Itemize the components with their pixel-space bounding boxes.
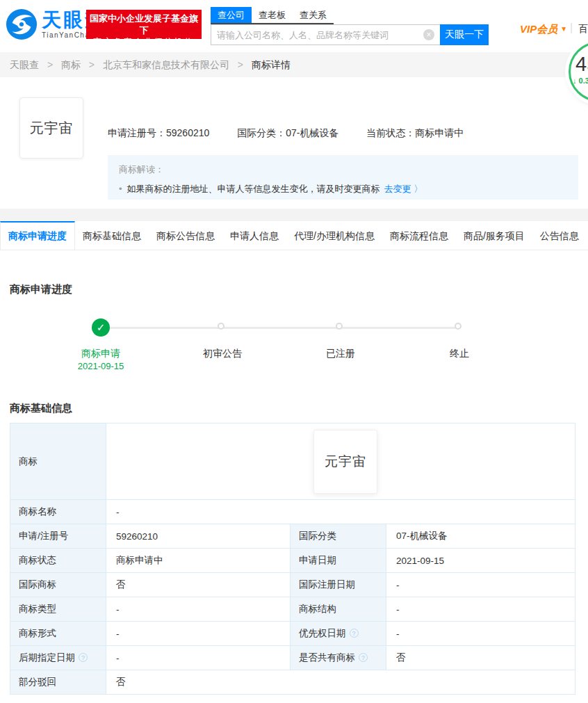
row-label: 是否共有商标?	[291, 646, 386, 670]
step-date-applied: 2021-09-15	[52, 361, 149, 371]
table-row: 商标名称 -	[10, 500, 575, 524]
row-label: 申请日期	[291, 549, 386, 573]
step-done-icon: ✓	[92, 318, 110, 337]
tab-applicant-info[interactable]: 申请人信息	[222, 221, 286, 250]
breadcrumb: 天眼查 > 商标 > 北京车和家信息技术有限公司 > 商标详情	[0, 52, 588, 77]
clear-icon[interactable]: ×	[423, 29, 434, 40]
search-tab-relation[interactable]: 查关系	[293, 7, 334, 23]
tab-application-progress[interactable]: 商标申请进度	[0, 221, 75, 250]
row-label: 国际分类	[291, 524, 386, 549]
step-label-registered: 已注册	[292, 348, 389, 360]
caret-down-icon: ▼	[560, 25, 567, 33]
table-row: 部分驳回 否	[10, 670, 575, 695]
table-row: 商标形式 - 优先权日期? -	[10, 622, 575, 646]
step-label-preliminary: 初审公告	[174, 348, 271, 360]
section-gap	[0, 209, 588, 221]
mark-image-cell: 元宇宙	[106, 423, 575, 500]
stock-change-value: 0.3	[579, 76, 588, 85]
reg-number-field: 申请注册号：59260210	[108, 127, 209, 138]
search-tab-boss[interactable]: 查老板	[252, 7, 293, 23]
tab-process-info[interactable]: 商标流程信息	[382, 221, 456, 250]
row-label: 商标	[10, 423, 106, 500]
row-value: 07-机械设备	[386, 524, 575, 549]
bullet-icon: •	[119, 184, 122, 194]
row-value: 否	[106, 670, 575, 695]
tab-announcement-info[interactable]: 商标公告信息	[149, 221, 222, 250]
help-icon[interactable]: ?	[350, 629, 359, 638]
progress-section-title: 商标申请进度	[10, 283, 72, 296]
row-label-text: 是否共有商标	[299, 652, 355, 663]
breadcrumb-home[interactable]: 天眼查	[10, 59, 39, 70]
step-pending-dot	[455, 323, 462, 330]
row-label: 商标形式	[10, 622, 106, 646]
breadcrumb-company[interactable]: 北京车和家信息技术有限公司	[103, 59, 229, 70]
table-row: 商标状态 商标申请中 申请日期 2021-09-15	[10, 549, 575, 573]
current-status-value: 商标申请中	[415, 127, 464, 138]
table-row: 后期指定日期? - 是否共有商标? 否	[10, 646, 575, 670]
table-row: 商标 元宇宙	[10, 423, 575, 500]
row-value: -	[386, 622, 575, 646]
row-label: 国际商标	[10, 573, 106, 597]
help-icon[interactable]: ?	[79, 653, 88, 662]
breadcrumb-current: 商标详情	[252, 59, 291, 70]
search-tab-company[interactable]: 查公司	[211, 7, 252, 23]
intl-class-field: 国际分类：07-机械设备	[237, 127, 338, 138]
stock-price-value: 45	[575, 53, 588, 76]
row-label-text: 优先权日期	[299, 628, 346, 638]
tip-line: •如果商标的注册地址、申请人等信息发生变化，请及时变更商标去变更 〉	[119, 183, 567, 195]
help-icon[interactable]: ?	[359, 653, 368, 662]
row-label-text: 后期指定日期	[19, 652, 75, 663]
row-label: 优先权日期?	[291, 622, 386, 646]
basic-info-section-title: 商标基础信息	[10, 402, 72, 415]
row-label: 商标结构	[291, 597, 386, 622]
application-progress-stepper: ✓ 商标申请 2021-09-15 初审公告 已注册 终止	[0, 306, 588, 382]
row-label: 后期指定日期?	[10, 646, 106, 670]
tab-basic-info[interactable]: 商标基础信息	[75, 221, 149, 250]
row-value: -	[386, 573, 575, 597]
row-value: -	[106, 622, 291, 646]
tianyancha-logo-icon	[6, 8, 38, 40]
row-label: 商标名称	[10, 500, 106, 524]
row-label: 申请/注册号	[10, 524, 106, 549]
row-value: -	[106, 500, 575, 524]
search-area: 查公司 查老板 查关系 × 天眼一下	[211, 7, 489, 45]
go-change-link[interactable]: 去变更 〉	[384, 184, 423, 194]
reg-number-label: 申请注册号：	[108, 127, 166, 138]
detail-tabs: 商标申请进度 商标基础信息 商标公告信息 申请人信息 代理/办理机构信息 商标流…	[0, 221, 588, 250]
search-tabs: 查公司 查老板 查关系	[211, 7, 334, 24]
trademark-summary: 元宇宙 申请注册号：59260210 国际分类：07-机械设备 当前状态：商标申…	[0, 77, 588, 209]
row-value: 商标申请中	[106, 549, 291, 573]
official-badge: 国家中小企业发展子基金旗下 官方备案企业征信机构	[86, 10, 202, 39]
table-row: 商标类型 - 商标结构 -	[10, 597, 575, 622]
vip-menu[interactable]: VIP会员 ▼	[520, 23, 567, 36]
breadcrumb-separator: >	[238, 59, 243, 70]
row-value: -	[386, 597, 575, 622]
arrow-down-icon: ↓	[573, 76, 577, 85]
step-pending-dot	[336, 323, 343, 330]
intl-class-label: 国际分类：	[237, 127, 286, 138]
row-label: 商标状态	[10, 549, 106, 573]
row-value: 否	[106, 573, 291, 597]
search-input[interactable]	[211, 24, 440, 45]
page-header: 天眼查 TianYanCha.com 国家中小企业发展子基金旗下 官方备案企业征…	[0, 0, 588, 52]
header-right-link[interactable]: 百	[578, 23, 588, 35]
trademark-image: 元宇宙	[313, 430, 377, 494]
tip-title: 商标解读：	[119, 163, 567, 176]
tip-text: 如果商标的注册地址、申请人等信息发生变化，请及时变更商标	[127, 184, 380, 194]
row-value: 59260210	[106, 524, 291, 549]
tab-gazette-info[interactable]: 公告信息	[532, 221, 587, 250]
step-pending-dot	[218, 323, 224, 330]
breadcrumb-separator: >	[89, 59, 95, 70]
breadcrumb-trademark[interactable]: 商标	[61, 59, 81, 70]
trademark-tip-box: 商标解读： •如果商标的注册地址、申请人等信息发生变化，请及时变更商标去变更 〉	[108, 155, 578, 200]
search-button[interactable]: 天眼一下	[440, 24, 489, 45]
badge-line2: 官方备案企业征信机构	[86, 36, 202, 48]
row-label: 商标类型	[10, 597, 106, 622]
current-status-label: 当前状态：	[366, 127, 415, 138]
step-label-applied: 商标申请	[52, 348, 149, 360]
tab-agency-info[interactable]: 代理/办理机构信息	[286, 221, 382, 250]
current-status-field: 当前状态：商标申请中	[366, 127, 464, 138]
tab-goods-services[interactable]: 商品/服务项目	[456, 221, 532, 250]
basic-info-table: 商标 元宇宙 商标名称 - 申请/注册号 59260210 国际分类 07-机械…	[10, 423, 575, 695]
row-label: 国际注册日期	[291, 573, 386, 597]
